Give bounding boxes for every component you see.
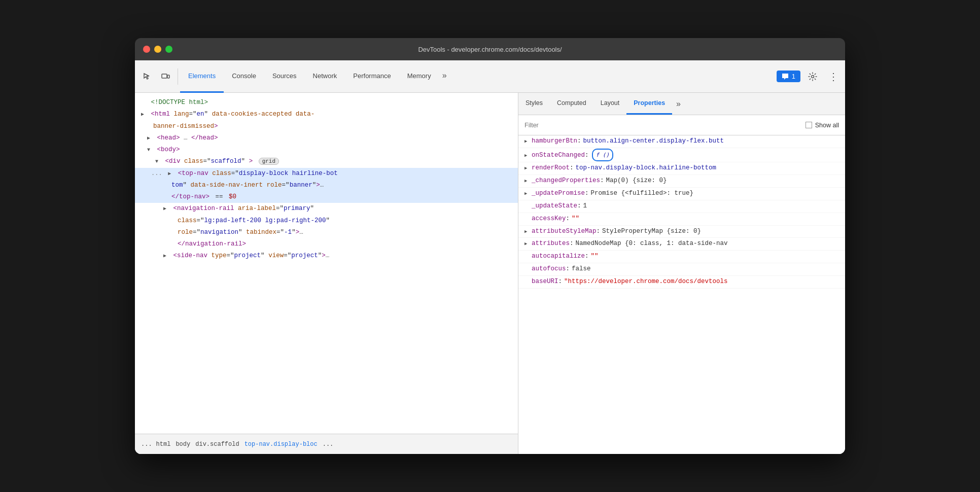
- tab-performance[interactable]: Performance: [345, 60, 399, 93]
- breadcrumb-body[interactable]: body: [173, 440, 192, 449]
- prop-row-attributes[interactable]: ▶ attributes : NamedNodeMap {0: class, 1…: [518, 238, 845, 251]
- prop-row-accessKey[interactable]: accessKey : "": [518, 213, 845, 226]
- dom-line-doctype: <!DOCTYPE html>: [135, 97, 518, 109]
- prop-row-renderRoot[interactable]: ▶ renderRoot : top-nav.display-block.hai…: [518, 162, 845, 175]
- prop-row-hamburgerBtn[interactable]: ▶ hamburgerBtn : button.align-center.dis…: [518, 135, 845, 148]
- dom-line-html-cont: banner-dismissed>: [135, 121, 518, 132]
- feedback-badge[interactable]: 1: [777, 71, 800, 82]
- dom-line-nav-rail-cont: class="lg:pad-left-200 lg:pad-right-200": [135, 215, 518, 227]
- tab-console[interactable]: Console: [224, 60, 264, 93]
- prop-row-updatePromise[interactable]: ▶ _updatePromise : Promise {<fulfilled>:…: [518, 188, 845, 200]
- toolbar-right-group: 1 ⋮: [777, 68, 841, 85]
- window-title: DevTools - developer.chrome.com/docs/dev…: [418, 46, 562, 53]
- dom-line-scaffold: ▼ <div class="scaffold" > grid: [135, 156, 518, 167]
- panel-tab-properties[interactable]: Properties: [626, 93, 672, 115]
- tab-more[interactable]: »: [439, 60, 450, 93]
- tab-sources[interactable]: Sources: [264, 60, 305, 93]
- devtools-panel: Elements Console Sources Network Perform…: [135, 60, 845, 454]
- prop-row-changedProperties[interactable]: ▶ _changedProperties : Map(0) {size: 0}: [518, 175, 845, 188]
- minimize-button[interactable]: [154, 46, 161, 53]
- panel-tab-layout[interactable]: Layout: [593, 93, 627, 115]
- elements-panel: <!DOCTYPE html> ▶ <html lang="en" data-c…: [135, 93, 518, 454]
- dom-line-html: ▶ <html lang="en" data-cookies-accepted …: [135, 109, 518, 120]
- panel-tab-styles[interactable]: Styles: [518, 93, 550, 115]
- main-tab-list: Elements Console Sources Network Perform…: [180, 60, 450, 93]
- filter-input[interactable]: [524, 122, 800, 129]
- func-value: f (): [592, 149, 614, 161]
- traffic-lights: [143, 46, 172, 53]
- dom-line-nav-rail-cont2: role="navigation" tabindex="-1">…: [135, 227, 518, 238]
- device-toolbar-button[interactable]: [157, 68, 173, 85]
- prop-triangle[interactable]: ▶: [524, 138, 532, 146]
- prop-row-onStateChanged[interactable]: ▶ onStateChanged : f (): [518, 148, 845, 162]
- filter-bar: Show all: [518, 115, 845, 135]
- prop-triangle[interactable]: ▶: [524, 165, 532, 173]
- kebab-menu-button[interactable]: ⋮: [825, 68, 841, 85]
- prop-triangle[interactable]: ▶: [524, 190, 532, 198]
- breadcrumb-html[interactable]: html: [154, 440, 173, 449]
- tab-elements[interactable]: Elements: [180, 60, 224, 93]
- inspect-element-button[interactable]: [139, 68, 155, 85]
- prop-triangle[interactable]: ▶: [524, 240, 532, 249]
- devtools-toolbar: Elements Console Sources Network Perform…: [135, 60, 845, 93]
- dom-line-head: ▶ <head> … </head>: [135, 132, 518, 144]
- prop-row-attributeStyleMap[interactable]: ▶ attributeStyleMap : StylePropertyMap {…: [518, 226, 845, 238]
- close-button[interactable]: [143, 46, 150, 53]
- prop-row-baseURI[interactable]: baseURI : "https://developer.chrome.com/…: [518, 276, 845, 289]
- show-all-area: Show all: [806, 122, 839, 129]
- dom-line-top-nav-close: </top-nav> == $0: [135, 191, 518, 203]
- svg-point-2: [812, 75, 814, 78]
- toolbar-icon-group: [139, 68, 178, 85]
- panel-tab-bar: Styles Computed Layout Properties »: [518, 93, 845, 115]
- panel-tab-more[interactable]: »: [672, 93, 685, 115]
- maximize-button[interactable]: [165, 46, 172, 53]
- dom-line-top-nav[interactable]: ... ▶ <top-nav class="display-block hair…: [135, 168, 518, 180]
- prop-triangle[interactable]: ▶: [524, 152, 532, 160]
- main-content-area: <!DOCTYPE html> ▶ <html lang="en" data-c…: [135, 93, 845, 454]
- prop-row-updateState[interactable]: _updateState : 1: [518, 200, 845, 213]
- dom-line-side-nav: ▶ <side-nav type="project" view="project…: [135, 250, 518, 262]
- tab-memory[interactable]: Memory: [399, 60, 439, 93]
- properties-panel: Styles Computed Layout Properties »: [518, 93, 845, 454]
- dom-line-nav-rail: ▶ <navigation-rail aria-label="primary": [135, 203, 518, 215]
- breadcrumb-top-nav[interactable]: top-nav.display-bloc: [242, 440, 320, 449]
- prop-triangle[interactable]: ▶: [524, 178, 532, 186]
- browser-window: DevTools - developer.chrome.com/docs/dev…: [135, 38, 845, 454]
- prop-triangle[interactable]: ▶: [524, 228, 532, 236]
- settings-button[interactable]: [804, 68, 821, 85]
- dom-line-top-nav-cont: tom" data-side-nav-inert role="banner">…: [135, 180, 518, 191]
- properties-list[interactable]: ▶ hamburgerBtn : button.align-center.dis…: [518, 135, 845, 454]
- dom-line-nav-rail-close: </navigation-rail>: [135, 238, 518, 250]
- dom-line-body: ▼ <body>: [135, 144, 518, 156]
- breadcrumb-more[interactable]: ...: [321, 440, 336, 449]
- breadcrumb-div-scaffold[interactable]: div.scaffold: [193, 440, 241, 449]
- dom-tree[interactable]: <!DOCTYPE html> ▶ <html lang="en" data-c…: [135, 93, 518, 434]
- panel-tab-computed[interactable]: Computed: [550, 93, 593, 115]
- svg-rect-0: [162, 74, 167, 78]
- breadcrumb-ellipsis[interactable]: ...: [139, 440, 154, 449]
- title-bar: DevTools - developer.chrome.com/docs/dev…: [135, 38, 845, 60]
- tab-network[interactable]: Network: [305, 60, 345, 93]
- breadcrumb: ... html body div.scaffold top-nav.displ…: [135, 434, 518, 454]
- svg-rect-1: [167, 75, 169, 78]
- show-all-checkbox[interactable]: [806, 122, 812, 128]
- prop-row-autofocus[interactable]: autofocus : false: [518, 263, 845, 276]
- prop-row-autocapitalize[interactable]: autocapitalize : "": [518, 251, 845, 263]
